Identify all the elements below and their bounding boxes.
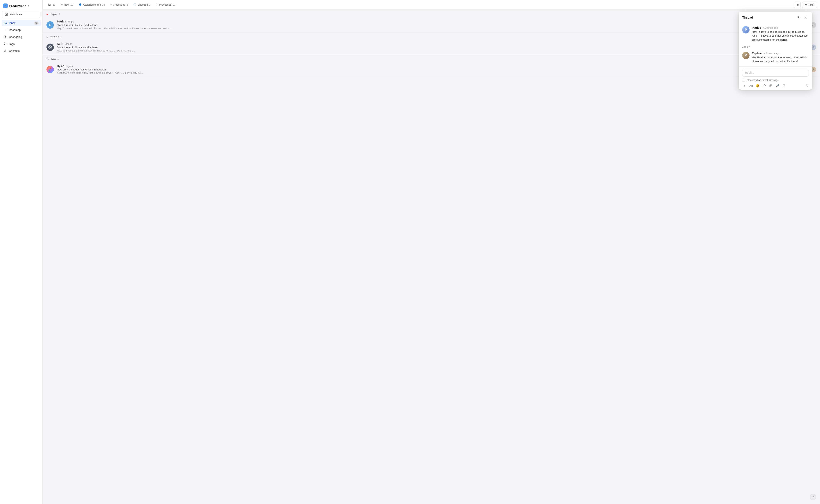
message-sender: Patrick [752, 26, 761, 29]
roadmap-icon [3, 28, 7, 32]
slash-icon[interactable] [782, 83, 786, 88]
microphone-icon[interactable]: 🎤 [775, 83, 780, 88]
message-content: Patrick < 1 minute ago Hey, I'd love to … [752, 26, 809, 42]
svg-point-18 [813, 69, 814, 69]
sort-button[interactable] [794, 2, 801, 8]
tab-assigned-label: Assigned to me [83, 3, 101, 6]
plus-icon[interactable]: + [742, 83, 747, 88]
closeloop-icon: ○ [110, 3, 112, 6]
svg-point-17 [813, 46, 814, 47]
sidebar-roadmap-label: Roadmap [9, 28, 21, 32]
user-icon [812, 68, 815, 71]
font-icon[interactable]: Aa [749, 83, 753, 88]
message-avatar: P [742, 26, 750, 33]
person-icon: 👤 [79, 3, 82, 6]
avatar: S [46, 21, 54, 29]
sidebar-changelog-label: Changelog [9, 35, 22, 39]
expand-popup-button[interactable] [796, 15, 802, 21]
priority-section-medium: ◇ Medium 1 Karri Linear Slack thread in … [43, 33, 820, 55]
replies-label[interactable]: 1 reply [742, 45, 809, 49]
filter-button[interactable]: Filter [802, 2, 817, 8]
tags-icon [3, 42, 7, 46]
thread-subject: Slack thread in #linear-productlane [57, 46, 782, 49]
overlay-backdrop [43, 10, 820, 504]
thread-preview: Hey, I'd love to see dark mode in Produ.… [57, 27, 173, 30]
tab-assigned-count: 13 [102, 3, 105, 6]
tab-new-label: New [64, 3, 69, 6]
tab-closeloop[interactable]: ○ Close loop 3 [108, 2, 130, 7]
linear-icon [48, 45, 52, 49]
tab-snoozed[interactable]: 🕐 Snoozed 3 [131, 2, 153, 7]
sidebar-item-tags[interactable]: Tags [2, 41, 41, 47]
brand[interactable]: P Productlane ▾ [0, 2, 42, 11]
sidebar-item-roadmap[interactable]: Roadmap [2, 27, 41, 33]
priority-header-low: Low 1 [43, 56, 820, 62]
svg-marker-14 [805, 4, 807, 6]
mention-icon[interactable]: @ [762, 83, 767, 88]
user-icon [812, 24, 815, 26]
priority-header-urgent: ◆ Urgent 1 [43, 11, 820, 17]
new-thread-label: New thread [9, 13, 23, 16]
sidebar-item-changelog[interactable]: Changelog [2, 34, 41, 40]
message-body: Hey Patrick thanks for the request, I tr… [752, 56, 809, 63]
also-send-checkbox[interactable] [742, 79, 745, 81]
avatar [46, 44, 54, 51]
send-button[interactable] [805, 84, 809, 88]
filter-label: Filter [809, 3, 814, 6]
medium-count: 1 [60, 35, 62, 38]
sidebar-item-contacts[interactable]: Contacts [2, 48, 41, 54]
brand-name: Productlane [9, 4, 26, 8]
sidebar-tags-label: Tags [9, 42, 15, 45]
tab-new[interactable]: ✉ New 12 [58, 2, 75, 7]
brand-chevron-icon: ▾ [28, 5, 29, 7]
emoji-icon[interactable]: 😊 [755, 83, 760, 88]
thread-item[interactable]: Karri Linear Slack thread in #linear-pro… [43, 39, 820, 55]
tab-closeloop-label: Close loop [113, 3, 125, 6]
medium-icon: ◇ [46, 35, 48, 38]
sidebar-inbox-label: Inbox [9, 21, 15, 25]
expand-icon [797, 16, 800, 19]
popup-title: Thread [742, 16, 796, 20]
tab-processed[interactable]: ✓ Processed 83 [154, 2, 178, 7]
svg-point-9 [5, 50, 6, 51]
priority-section-low: Low 1 Dylan Figma [43, 56, 820, 77]
user-icon [812, 46, 815, 49]
thread-item[interactable]: Dylan Figma New email: Request for Mintl… [43, 62, 820, 77]
message-item: P Patrick < 1 minute ago Hey, I'd love t… [742, 26, 809, 42]
edit-icon [5, 13, 8, 16]
sidebar-contacts-label: Contacts [9, 49, 20, 52]
priority-section-urgent: ◆ Urgent 1 S Patrick Stripe Slack thread… [43, 11, 820, 33]
thread-popup: Thread P Patrick < 1 minute ago Hey, I'd… [739, 12, 812, 90]
new-thread-button[interactable]: New thread [2, 11, 40, 18]
message-content: Raphael < 1 minute ago Hey Patrick thank… [752, 52, 809, 63]
image-icon[interactable] [769, 83, 773, 88]
sidebar-nav: Inbox 13 Roadmap Changelog Tags Contac [0, 20, 42, 54]
urgent-count: 1 [59, 13, 60, 16]
sidebar-item-inbox[interactable]: Inbox 13 [2, 20, 41, 26]
tab-all-count: 21 [52, 3, 55, 6]
svg-rect-20 [799, 18, 800, 19]
thread-subject: Slack thread in #stripe-productlane [57, 24, 782, 27]
envelope-icon: ✉ [61, 3, 63, 6]
figma-logo-icon [48, 68, 52, 71]
reply-input[interactable]: Reply... [742, 69, 809, 77]
thread-preview: How do I access the discount Ann? Thanks… [57, 49, 173, 52]
image-svg-icon [769, 84, 772, 87]
close-icon [804, 16, 807, 19]
thread-sender: Patrick [57, 20, 66, 23]
thread-item[interactable]: S Patrick Stripe Slack thread in #stripe… [43, 17, 820, 33]
reply-toolbar: + Aa 😊 @ 🎤 [742, 83, 809, 88]
tab-all[interactable]: All 21 [46, 2, 58, 7]
medium-label: Medium [50, 35, 59, 38]
popup-header: Thread [739, 12, 812, 23]
check-icon: ✓ [156, 3, 158, 6]
help-button[interactable]: ? [810, 494, 816, 500]
sidebar: P Productlane ▾ New thread Inbox 13 Road… [0, 0, 43, 504]
thread-content: Karri Linear Slack thread in #linear-pro… [57, 42, 782, 52]
sort-icon [796, 3, 799, 6]
message-item: R Raphael < 1 minute ago Hey Patrick tha… [742, 52, 809, 63]
also-send-label: Also send as direct message [747, 79, 779, 81]
close-popup-button[interactable] [803, 15, 809, 21]
tab-all-label: All [48, 3, 51, 6]
tab-assigned[interactable]: 👤 Assigned to me 13 [76, 2, 107, 7]
